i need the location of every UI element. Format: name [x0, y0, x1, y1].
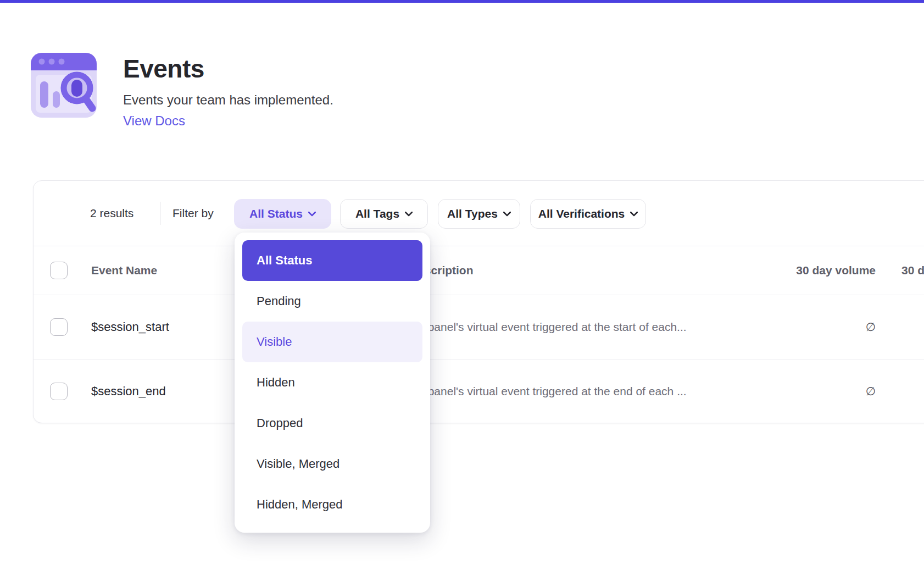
- page-subtitle: Events your team has implemented.: [123, 92, 508, 108]
- dropdown-item-pending[interactable]: Pending: [242, 281, 422, 322]
- toolbar-divider: [160, 202, 160, 225]
- table-row[interactable]: $session_end Mixpanel's virtual event tr…: [34, 359, 924, 423]
- event-name[interactable]: $session_start: [91, 320, 169, 334]
- event-30-day-volume: ∅: [866, 385, 876, 398]
- filter-verifications-label: All Verifications: [538, 207, 625, 220]
- table-row[interactable]: $session_start Mixpanel's virtual event …: [34, 295, 924, 359]
- dropdown-item-hidden-merged[interactable]: Hidden, Merged: [242, 484, 422, 525]
- top-accent-bar: [0, 0, 924, 3]
- dropdown-item-dropped[interactable]: Dropped: [242, 403, 422, 444]
- status-filter-dropdown: All Status Pending Visible Hidden Droppe…: [235, 233, 430, 533]
- events-table-card: 2 results Filter by All Status All Tags …: [33, 180, 924, 423]
- events-lexicon-icon: [31, 53, 97, 118]
- row-checkbox[interactable]: [50, 383, 68, 400]
- filter-status-label: All Status: [249, 207, 303, 220]
- table-header-row: Event Name Description 30 day volume 30 …: [34, 246, 924, 295]
- dropdown-item-all-status[interactable]: All Status: [242, 240, 422, 281]
- event-description: Mixpanel's virtual event triggered at th…: [410, 385, 687, 398]
- chevron-down-icon: [308, 212, 316, 217]
- event-description: Mixpanel's virtual event triggered at th…: [410, 320, 687, 334]
- filter-verifications-button[interactable]: All Verifications: [530, 199, 646, 229]
- events-lexicon-icon-svg: [31, 53, 97, 118]
- filter-types-button[interactable]: All Types: [438, 199, 520, 229]
- dropdown-item-hidden[interactable]: Hidden: [242, 362, 422, 403]
- chevron-down-icon: [630, 212, 638, 217]
- filter-tags-button[interactable]: All Tags: [340, 199, 428, 229]
- page-title: Events: [123, 54, 508, 84]
- filter-status-button[interactable]: All Status: [234, 199, 331, 229]
- chevron-down-icon: [503, 212, 511, 217]
- column-header-event-name[interactable]: Event Name: [91, 264, 157, 277]
- filter-by-label: Filter by: [172, 181, 214, 246]
- event-30-day-volume: ∅: [866, 320, 876, 334]
- column-header-30-d-partial[interactable]: 30 d: [901, 264, 924, 277]
- filter-types-label: All Types: [447, 207, 498, 220]
- view-docs-link[interactable]: View Docs: [123, 113, 185, 129]
- column-header-30-day-volume[interactable]: 30 day volume: [796, 264, 876, 277]
- row-checkbox[interactable]: [50, 318, 68, 336]
- event-name[interactable]: $session_end: [91, 384, 166, 399]
- filter-tags-label: All Tags: [355, 207, 399, 220]
- filter-toolbar: 2 results Filter by All Status All Tags …: [34, 181, 924, 246]
- dropdown-item-visible-merged[interactable]: Visible, Merged: [242, 444, 422, 484]
- header-text: Events Events your team has implemented.…: [123, 54, 508, 129]
- select-all-checkbox[interactable]: [50, 262, 68, 279]
- dropdown-item-visible[interactable]: Visible: [242, 322, 422, 362]
- results-count: 2 results: [90, 181, 133, 246]
- chevron-down-icon: [405, 212, 413, 217]
